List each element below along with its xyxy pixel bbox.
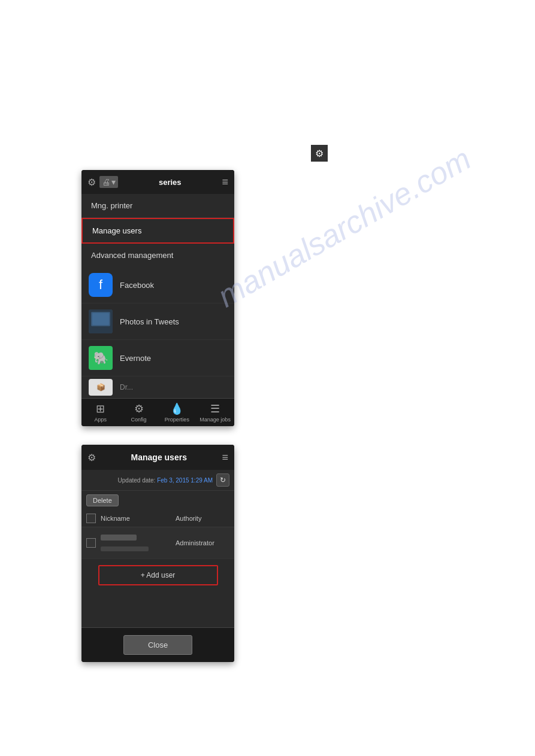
- user-email-blurred: [101, 546, 149, 551]
- nav-manage-jobs[interactable]: ☰ Manage jobs: [196, 399, 234, 426]
- manage-header: ⚙ Manage users ≡: [81, 445, 234, 470]
- svg-rect-2: [92, 313, 109, 325]
- updated-label: Updated date: Feb 3, 2015 1:29 AM: [118, 477, 213, 484]
- gear-symbol: ⚙: [315, 148, 324, 159]
- app-title: series: [159, 178, 182, 187]
- table-header: Nickname Authority: [81, 510, 234, 527]
- dropdown-menu: Mng. printer Manage users Advanced manag…: [81, 194, 234, 267]
- dropbox-icon: 📦: [89, 379, 113, 396]
- apps-icon: ⊞: [96, 402, 105, 415]
- dropdown-item-advanced[interactable]: Advanced management: [81, 244, 234, 267]
- bottom-nav: ⊞ Apps ⚙ Config 💧 Properties ☰ Manage jo…: [81, 398, 234, 426]
- hamburger-icon[interactable]: ≡: [222, 176, 228, 189]
- user-name-blurred: [101, 535, 137, 541]
- bottom-screenshot: ⚙ Manage users ≡ Updated date: Feb 3, 20…: [81, 445, 234, 662]
- dropdown-item-manage-users[interactable]: Manage users: [81, 218, 234, 244]
- manage-jobs-label: Manage jobs: [200, 417, 231, 423]
- config-label: Config: [131, 417, 147, 423]
- close-button[interactable]: Close: [123, 635, 192, 655]
- config-icon: ⚙: [134, 402, 144, 415]
- standalone-settings-icon: ⚙: [311, 145, 328, 162]
- photos-tweets-label: Photos in Tweets: [120, 317, 179, 326]
- dropbox-label: Dr...: [120, 383, 133, 391]
- printer-symbol: 🖨: [102, 177, 110, 187]
- watermark-text: manualsarchive.com: [211, 141, 477, 314]
- dropdown-arrow: ▾: [111, 177, 116, 187]
- add-user-row: + Add user: [81, 559, 234, 591]
- header-gear-icon[interactable]: ⚙: [87, 177, 96, 188]
- dropdown-item-mng-printer[interactable]: Mng. printer: [81, 194, 234, 218]
- list-item[interactable]: Photos in Tweets: [81, 303, 234, 340]
- refresh-button[interactable]: ↻: [216, 473, 229, 487]
- add-user-button[interactable]: + Add user: [98, 565, 218, 585]
- app-list: f Facebook Photos in Tweets 🐘 Evernote: [81, 267, 234, 398]
- updated-bar: Updated date: Feb 3, 2015 1:29 AM ↻: [81, 470, 234, 491]
- manage-hamburger-icon[interactable]: ≡: [222, 451, 228, 464]
- nav-config[interactable]: ⚙ Config: [120, 399, 158, 426]
- properties-label: Properties: [165, 417, 189, 423]
- close-bar: Close: [81, 627, 234, 662]
- delete-row: Delete: [81, 491, 234, 510]
- facebook-icon: f: [89, 273, 113, 297]
- table-row[interactable]: Administrator: [81, 527, 234, 559]
- col-authority-header: Authority: [176, 515, 229, 522]
- nav-properties[interactable]: 💧 Properties: [158, 399, 197, 426]
- user-authority-value: Administrator: [176, 539, 229, 546]
- header-left: ⚙ 🖨 ▾: [87, 176, 118, 188]
- nav-apps[interactable]: ⊞ Apps: [81, 399, 120, 426]
- list-item[interactable]: f Facebook: [81, 267, 234, 303]
- manage-jobs-icon: ☰: [210, 402, 220, 415]
- updated-date: Feb 3, 2015 1:29 AM: [157, 477, 213, 484]
- col-nickname-header: Nickname: [101, 515, 171, 522]
- app-header: ⚙ 🖨 ▾ series ≡: [81, 170, 234, 194]
- manage-gear-icon[interactable]: ⚙: [87, 452, 96, 463]
- apps-label: Apps: [95, 417, 107, 423]
- spacer: [81, 591, 234, 627]
- header-printer-icon[interactable]: 🖨 ▾: [99, 176, 118, 188]
- properties-icon: 💧: [170, 402, 183, 415]
- user-checkbox[interactable]: [86, 538, 96, 548]
- user-info: [101, 532, 171, 554]
- facebook-label: Facebook: [120, 281, 154, 290]
- manage-users-title: Manage users: [131, 453, 187, 462]
- delete-button[interactable]: Delete: [86, 494, 119, 506]
- top-screenshot: ⚙ 🖨 ▾ series ≡ Mng. printer Manage users…: [81, 170, 234, 426]
- list-item[interactable]: 🐘 Evernote: [81, 340, 234, 377]
- header-checkbox[interactable]: [86, 514, 96, 523]
- twitter-icon: [89, 309, 113, 333]
- evernote-icon: 🐘: [89, 346, 113, 370]
- twitter-svg: [89, 309, 113, 333]
- list-item[interactable]: 📦 Dr...: [81, 377, 234, 398]
- evernote-label: Evernote: [120, 354, 151, 363]
